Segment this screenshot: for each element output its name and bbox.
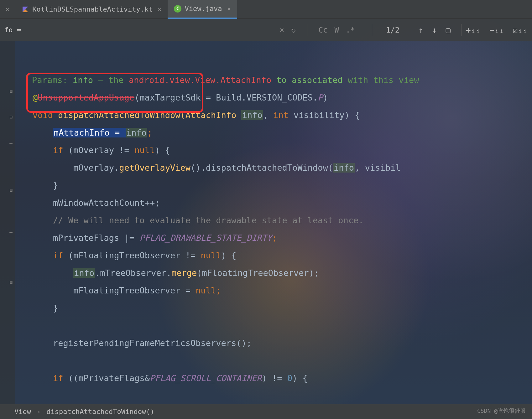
gutter[interactable]: ⊟ ⊟ — ⊟ — ⊟	[0, 41, 15, 404]
separator	[307, 24, 307, 36]
close-icon[interactable]: ×	[158, 6, 161, 13]
fold-icon[interactable]: —	[8, 229, 14, 235]
find-input-prefix: fo =	[4, 26, 21, 34]
find-bar: fo = × ↻ Cc W .* 1/2 ↑ ↓ ▢ +ᵢᵢ −ᵢᵢ ☑ᵢᵢ	[0, 19, 532, 41]
code-line: registerPendingFrameMetricsObservers();	[53, 338, 252, 348]
select-occurrences-icon[interactable]: ☑ᵢᵢ	[513, 25, 528, 35]
remove-selection-icon[interactable]: −ᵢᵢ	[489, 25, 504, 35]
code-area[interactable]: Params: info – the android.view.View.Att…	[15, 41, 532, 404]
annotation-line: @UnsupportedAppUsage(maxTargetSdk = Buil…	[33, 93, 328, 102]
prev-match-icon[interactable]: ↑	[418, 25, 423, 35]
breadcrumb-class[interactable]: View	[14, 408, 31, 416]
close-icon[interactable]: ×	[280, 26, 284, 34]
javadoc-line: Params: info – the android.view.View.Att…	[26, 75, 419, 85]
case-toggle[interactable]: Cc	[319, 26, 328, 34]
if-line: if (mFloatingTreeObserver != null) {	[53, 251, 236, 260]
method-signature: void dispatchAttachedToWindow(AttachInfo…	[33, 110, 360, 120]
tab-label: KotlinDSLSpannableActivity.kt	[32, 5, 153, 13]
fold-icon[interactable]: —	[8, 140, 14, 146]
editor[interactable]: ⊟ ⊟ — ⊟ — ⊟ Params: info – the android.v…	[0, 41, 532, 404]
breadcrumb: View › dispatchAttachedToWindow()	[0, 404, 532, 419]
fold-icon[interactable]: ⊟	[8, 88, 14, 94]
code-line: info.mTreeObserver.merge(mFloatingTreeOb…	[73, 268, 319, 278]
code-line: mPrivateFlags |= PFLAG_DRAWABLE_STATE_DI…	[53, 233, 277, 243]
kotlin-file-icon	[22, 6, 29, 13]
watermark: CSDN @吃饱很舒服	[477, 407, 526, 415]
assignment-line: mAttachInfo = info;	[53, 128, 152, 137]
tab-label: View.java	[185, 5, 222, 13]
breadcrumb-method[interactable]: dispatchAttachedToWindow()	[46, 408, 154, 416]
code-line: mFloatingTreeObserver = null;	[73, 286, 221, 295]
find-count: 1/2	[377, 26, 409, 34]
fold-icon[interactable]: ⊟	[8, 114, 14, 120]
tab-bar: × KotlinDSLSpannableActivity.kt × C View…	[0, 0, 532, 19]
separator	[461, 24, 462, 36]
select-all-icon[interactable]: ▢	[446, 25, 451, 35]
tab-kotlin-file[interactable]: KotlinDSLSpannableActivity.kt ×	[15, 0, 168, 19]
fold-icon[interactable]: ⊟	[8, 187, 14, 193]
breadcrumb-separator: ›	[37, 408, 41, 416]
if-line: if (mOverlay != null) {	[53, 145, 170, 155]
class-file-icon: C	[174, 5, 181, 13]
next-match-icon[interactable]: ↓	[432, 25, 437, 35]
separator	[372, 24, 372, 36]
regex-toggle[interactable]: .*	[346, 26, 355, 34]
reset-icon[interactable]: ↻	[291, 26, 295, 34]
add-selection-icon[interactable]: +ᵢᵢ	[466, 25, 481, 35]
overlay-line: mOverlay.getOverlayView().dispatchAttach…	[73, 163, 400, 173]
fold-icon[interactable]: ⊟	[8, 279, 14, 285]
if-line: if ((mPrivateFlags&PFLAG_SCROLL_CONTAINE…	[53, 373, 308, 383]
brace: }	[53, 180, 58, 190]
comment-line: // We will need to evaluate the drawable…	[53, 215, 364, 225]
close-icon[interactable]: ×	[227, 5, 231, 13]
word-toggle[interactable]: W	[334, 26, 339, 34]
tab-view-java[interactable]: C View.java ×	[168, 0, 237, 19]
brace: }	[53, 303, 58, 313]
close-icon[interactable]: ×	[0, 5, 15, 13]
code-line: mWindowAttachCount++;	[53, 198, 160, 208]
